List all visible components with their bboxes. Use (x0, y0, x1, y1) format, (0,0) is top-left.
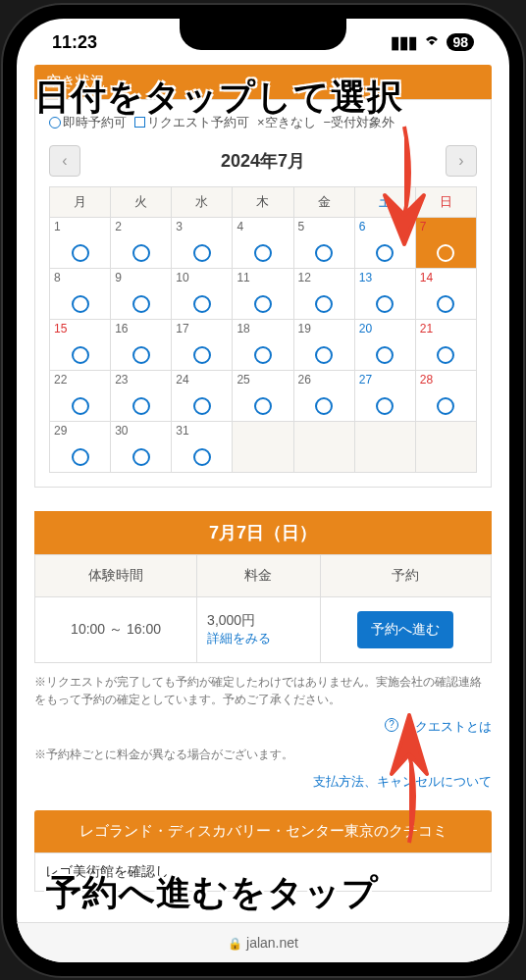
calendar-table: 月火水木金土日 12345678910111213141516171819202… (49, 186, 477, 473)
weekday-header: 日 (415, 186, 476, 217)
calendar-cell[interactable]: 11 (233, 268, 293, 319)
calendar-cell[interactable]: 26 (293, 370, 354, 421)
url-bar[interactable]: 🔒jalan.net (17, 922, 509, 962)
note-1: ※リクエストが完了しても予約が確定したわけではありません。実施会社の確認連絡をも… (34, 673, 492, 708)
calendar-cell[interactable]: 7 (415, 217, 476, 268)
calendar-cell[interactable]: 4 (233, 217, 293, 268)
calendar-cell[interactable]: 6 (354, 217, 415, 268)
calendar-cell[interactable]: 19 (293, 319, 354, 370)
note-2: ※予約枠ごとに料金が異なる場合がございます。 (34, 746, 492, 763)
th-time: 体験時間 (35, 554, 197, 596)
calendar-cell[interactable]: 30 (111, 421, 172, 472)
calendar-cell[interactable]: 18 (233, 319, 293, 370)
payment-info-link[interactable]: 支払方法、キャンセルについて (34, 773, 492, 791)
calendar-cell[interactable]: 12 (293, 268, 354, 319)
book-button[interactable]: 予約へ進む (357, 611, 453, 648)
status-right: ▮▮▮ 98 (391, 32, 474, 53)
th-reserve: 予約 (320, 554, 491, 596)
status-time: 11:23 (52, 32, 97, 53)
phone-screen: 11:23 ▮▮▮ 98 日付をタップして選択 空き状況 即時予約可 リクエスト… (17, 19, 509, 962)
calendar-cell[interactable]: 20 (354, 319, 415, 370)
calendar-cell (415, 421, 476, 472)
calendar-cell[interactable]: 22 (50, 370, 111, 421)
td-price: 3,000円 詳細をみる (197, 596, 321, 662)
calendar-cell[interactable]: 23 (111, 370, 172, 421)
calendar-cell[interactable]: 21 (415, 319, 476, 370)
signal-icon: ▮▮▮ (391, 32, 417, 53)
month-nav: ‹ 2024年7月 › (49, 145, 477, 177)
calendar-cell (354, 421, 415, 472)
calendar-cell[interactable]: 8 (50, 268, 111, 319)
calendar-cell[interactable]: 27 (354, 370, 415, 421)
calendar-container: 即時予約可 リクエスト予約可 ×空きなし −受付対象外 ‹ 2024年7月 › … (34, 99, 492, 488)
calendar-cell[interactable]: 1 (50, 217, 111, 268)
calendar-cell (233, 421, 293, 472)
calendar-cell[interactable]: 15 (50, 319, 111, 370)
request-info-link[interactable]: ?リクエストとは (34, 718, 492, 736)
weekday-header: 木 (233, 186, 293, 217)
legend: 即時予約可 リクエスト予約可 ×空きなし −受付対象外 (49, 114, 477, 131)
calendar-cell[interactable]: 2 (111, 217, 172, 268)
notch (180, 19, 346, 50)
calendar-cell[interactable]: 9 (111, 268, 172, 319)
weekday-header: 金 (293, 186, 354, 217)
weekday-header: 月 (50, 186, 111, 217)
th-price: 料金 (197, 554, 321, 596)
calendar-cell[interactable]: 29 (50, 421, 111, 472)
wifi-icon (423, 32, 441, 52)
calendar-cell[interactable]: 10 (172, 268, 233, 319)
weekday-header: 火 (111, 186, 172, 217)
weekday-header: 土 (354, 186, 415, 217)
review-header: レゴランド・ディスカバリー・センター東京のクチコミ (34, 810, 492, 852)
month-title: 2024年7月 (221, 149, 305, 173)
td-time: 10:00 ～ 16:00 (35, 596, 197, 662)
next-month-button[interactable]: › (446, 145, 477, 177)
calendar-cell[interactable]: 31 (172, 421, 233, 472)
bottom-panel: レゴ美術館を確認し (34, 852, 492, 892)
section-header: 空き状況 (34, 65, 492, 99)
calendar-cell[interactable]: 16 (111, 319, 172, 370)
phone-frame: 11:23 ▮▮▮ 98 日付をタップして選択 空き状況 即時予約可 リクエスト… (3, 5, 523, 976)
calendar-cell[interactable]: 5 (293, 217, 354, 268)
calendar-cell[interactable]: 3 (172, 217, 233, 268)
calendar-cell (293, 421, 354, 472)
calendar-cell[interactable]: 13 (354, 268, 415, 319)
calendar-cell[interactable]: 14 (415, 268, 476, 319)
calendar-cell[interactable]: 17 (172, 319, 233, 370)
detail-link[interactable]: 詳細をみる (207, 630, 310, 647)
lock-icon: 🔒 (228, 937, 242, 951)
circle-icon (49, 117, 61, 129)
selected-date-header: 7月7日（日） (34, 511, 492, 554)
calendar-cell[interactable]: 24 (172, 370, 233, 421)
calendar-cell[interactable]: 25 (233, 370, 293, 421)
calendar-cell[interactable]: 28 (415, 370, 476, 421)
battery-indicator: 98 (447, 33, 474, 51)
td-reserve: 予約へ進む (320, 596, 491, 662)
square-icon (134, 117, 145, 128)
prev-month-button[interactable]: ‹ (49, 145, 80, 177)
booking-table: 体験時間 料金 予約 10:00 ～ 16:00 3,000円 詳細をみる 予約… (34, 554, 492, 663)
weekday-header: 水 (172, 186, 233, 217)
